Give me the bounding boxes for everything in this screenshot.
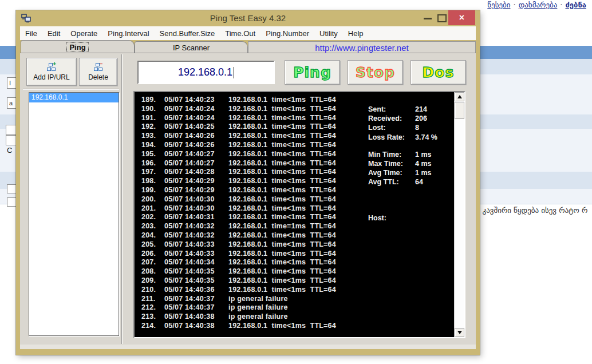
line-message: 192.168.0.1 time<1ms TTL=64 — [228, 286, 336, 294]
scrollbar-thumb[interactable] — [455, 102, 464, 119]
tab-ip-scanner[interactable]: IP Scanner — [135, 41, 248, 53]
line-number: 207. — [141, 258, 164, 267]
scroll-down-icon — [457, 331, 462, 334]
line-timestamp: 05/07 14:40:29 — [164, 186, 228, 195]
line-timestamp: 05/07 14:40:27 — [164, 159, 228, 168]
line-timestamp: 05/07 14:40:38 — [164, 322, 228, 331]
stat-row: Avg Time:1 ms — [368, 168, 437, 177]
line-message: 192.168.0.1 time<1ms TTL=64 — [228, 96, 336, 104]
delete-node-icon: − — [94, 63, 103, 72]
line-timestamp: 05/07 14:40:36 — [164, 286, 228, 295]
bg-forum-text: ან კავშირი წყდება ისევ რატო რ — [472, 206, 592, 215]
stat-value: 214 — [415, 105, 427, 113]
ping-button[interactable]: Ping — [285, 60, 340, 85]
window-title: Ping Test Easy 4.32 — [210, 13, 286, 23]
line-timestamp: 05/07 14:40:37 — [164, 295, 228, 304]
scroll-down-button[interactable] — [455, 328, 464, 337]
bg-link-help[interactable]: დახმარება — [519, 1, 558, 9]
line-message: 192.168.0.1 time<1ms TTL=64 — [228, 132, 336, 140]
stat-row: Max Time:4 ms — [368, 159, 437, 168]
stat-row: Received:206 — [368, 114, 437, 123]
ping-output-terminal: 189.05/07 14:40:23192.168.0.1 time<1ms T… — [133, 91, 465, 338]
terminal-line: 209.05/07 14:40:35192.168.0.1 time<1ms T… — [141, 276, 455, 286]
close-button[interactable]: × — [448, 10, 475, 25]
line-message: 192.168.0.1 time<1ms TTL=64 — [228, 186, 336, 194]
line-number: 206. — [141, 250, 164, 259]
maximize-button[interactable] — [437, 14, 447, 22]
line-number: 192. — [141, 122, 164, 132]
stat-row: Min Time:1 ms — [368, 150, 437, 159]
delete-button[interactable]: − Delete — [79, 58, 117, 86]
add-ip-url-label: Add IP/URL — [33, 73, 69, 81]
line-number: 211. — [141, 295, 164, 304]
minimize-button[interactable] — [424, 18, 432, 19]
bg-link-rules[interactable]: წესები — [487, 1, 510, 9]
line-timestamp: 05/07 14:40:26 — [164, 141, 228, 150]
bg-text-fragment: C — [7, 146, 12, 155]
desktop: წესები·დახმარება·ძებნა I a C ან კავშირი … — [0, 0, 592, 364]
stat-label: Avg TTL: — [368, 177, 415, 187]
terminal-line: 189.05/07 14:40:23192.168.0.1 time<1ms T… — [141, 96, 455, 105]
terminal-line: 210.05/07 14:40:36192.168.0.1 time<1ms T… — [141, 286, 455, 295]
menu-item[interactable]: Help — [343, 29, 369, 38]
line-timestamp: 05/07 14:40:32 — [164, 231, 228, 240]
stop-button[interactable]: Stop — [348, 60, 403, 85]
line-timestamp: 05/07 14:40:25 — [164, 122, 228, 132]
menu-item[interactable]: File — [20, 29, 42, 38]
line-timestamp: 05/07 14:40:35 — [164, 267, 228, 276]
website-link-panel: http://www.pingtester.net — [248, 41, 476, 53]
line-timestamp: 05/07 14:40:27 — [164, 150, 228, 159]
client-area: + Add IP/URL − Delete 192.168.0.1 19 — [20, 53, 476, 345]
menu-item[interactable]: Ping.Interval — [102, 29, 154, 38]
add-ip-url-button[interactable]: + Add IP/URL — [26, 58, 77, 86]
line-number: 199. — [141, 186, 164, 195]
line-timestamp: 05/07 14:40:33 — [164, 250, 228, 259]
line-timestamp: 05/07 14:40:30 — [164, 204, 228, 213]
stat-row: Sent:214 — [368, 105, 437, 114]
line-timestamp: 05/07 14:40:24 — [164, 114, 228, 123]
line-number: 200. — [141, 195, 164, 204]
menu-item[interactable]: Edit — [42, 29, 65, 38]
line-timestamp: 05/07 14:40:29 — [164, 177, 228, 186]
tab-ping[interactable]: Ping — [21, 40, 135, 53]
titlebar[interactable]: Ping Test Easy 4.32 × — [16, 10, 480, 26]
menu-item[interactable]: Utility — [314, 29, 343, 38]
menu-item[interactable]: Ping.Number — [261, 29, 314, 38]
horizontal-separator — [23, 89, 119, 90]
line-timestamp: 05/07 14:40:34 — [164, 258, 228, 267]
ip-listbox[interactable]: 192.168.0.1 — [29, 92, 119, 336]
terminal-scrollbar[interactable] — [454, 92, 464, 337]
menu-item[interactable]: Send.Buffer.Size — [155, 29, 220, 38]
dos-button[interactable]: Dos — [411, 60, 466, 85]
terminal-line: 212.05/07 14:40:37ip general failure — [141, 303, 455, 312]
stat-value: 8 — [415, 124, 419, 132]
ip-address-input[interactable]: 192.168.0.1 — [137, 61, 275, 84]
stat-label: Min Time: — [368, 150, 415, 159]
line-timestamp: 05/07 14:40:30 — [164, 195, 228, 204]
terminal-line: 213.05/07 14:40:38ip general failure — [141, 312, 455, 322]
line-number: 198. — [141, 177, 164, 186]
scroll-up-button[interactable] — [455, 92, 464, 101]
line-timestamp: 05/07 14:40:32 — [164, 222, 228, 231]
menu-item[interactable]: Operate — [65, 29, 102, 38]
tab-ping-label: Ping — [67, 43, 88, 52]
stat-value: 4 ms — [415, 160, 432, 168]
line-number: 209. — [141, 276, 164, 286]
line-message: ip general failure — [228, 312, 288, 321]
line-number: 205. — [141, 240, 164, 250]
close-icon: × — [459, 13, 464, 23]
terminal-line: 206.05/07 14:40:33192.168.0.1 time<1ms T… — [141, 250, 455, 259]
line-number: 201. — [141, 204, 164, 213]
menu-item[interactable]: Time.Out — [220, 29, 261, 38]
stat-value: 206 — [415, 114, 427, 122]
line-message: ip general failure — [228, 295, 288, 303]
text-caret — [234, 67, 234, 78]
line-number: 210. — [141, 286, 164, 295]
stat-value: 1 ms — [415, 169, 432, 177]
bg-link-search[interactable]: ძებნა — [565, 1, 586, 9]
website-link[interactable]: http://www.pingtester.net — [315, 43, 408, 53]
link-separator: · — [560, 1, 562, 9]
scroll-up-icon — [457, 95, 462, 98]
list-item[interactable]: 192.168.0.1 — [29, 93, 119, 102]
stat-label: Host: — [368, 213, 415, 223]
